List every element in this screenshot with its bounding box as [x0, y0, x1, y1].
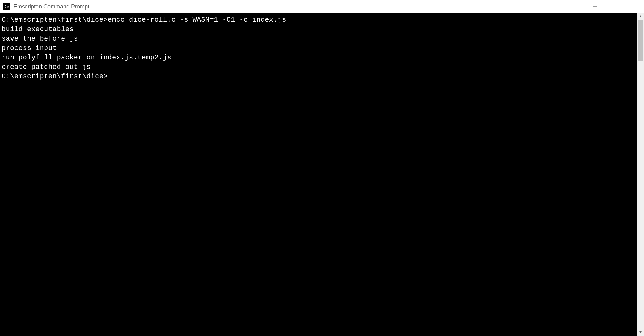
minimize-button[interactable] [585, 0, 605, 13]
terminal-line: process input [2, 44, 636, 53]
window-title: Emscripten Command Prompt [14, 3, 585, 10]
svg-marker-4 [639, 15, 642, 17]
scroll-thumb[interactable] [638, 20, 643, 61]
maximize-button[interactable] [605, 0, 624, 13]
scroll-track[interactable] [637, 20, 644, 329]
scroll-down-button[interactable] [637, 329, 644, 336]
titlebar[interactable]: C:\ Emscripten Command Prompt [0, 0, 644, 13]
maximize-icon [612, 4, 617, 9]
svg-rect-1 [613, 5, 616, 8]
terminal-line: run polyfill packer on index.js.temp2.js [2, 53, 636, 63]
close-icon [632, 4, 636, 9]
chevron-down-icon [639, 331, 642, 334]
command-prompt-window: C:\ Emscripten Command Prompt C:\emscrip… [0, 0, 644, 336]
vertical-scrollbar[interactable] [637, 13, 644, 336]
window-controls [585, 0, 644, 13]
terminal-line: build executables [2, 25, 636, 34]
svg-marker-5 [639, 331, 642, 333]
terminal-line: C:\emscripten\first\dice>emcc dice-roll.… [2, 15, 636, 25]
terminal-line: save the before js [2, 34, 636, 44]
terminal-line: C:\emscripten\first\dice> [2, 72, 636, 81]
minimize-icon [593, 4, 597, 9]
chevron-up-icon [639, 15, 642, 18]
scroll-up-button[interactable] [637, 13, 644, 20]
client-area: C:\emscripten\first\dice>emcc dice-roll.… [0, 13, 644, 336]
cmd-icon: C:\ [3, 3, 10, 10]
close-button[interactable] [624, 0, 644, 13]
terminal-line: create patched out js [2, 63, 636, 72]
terminal-output[interactable]: C:\emscripten\first\dice>emcc dice-roll.… [0, 13, 637, 336]
